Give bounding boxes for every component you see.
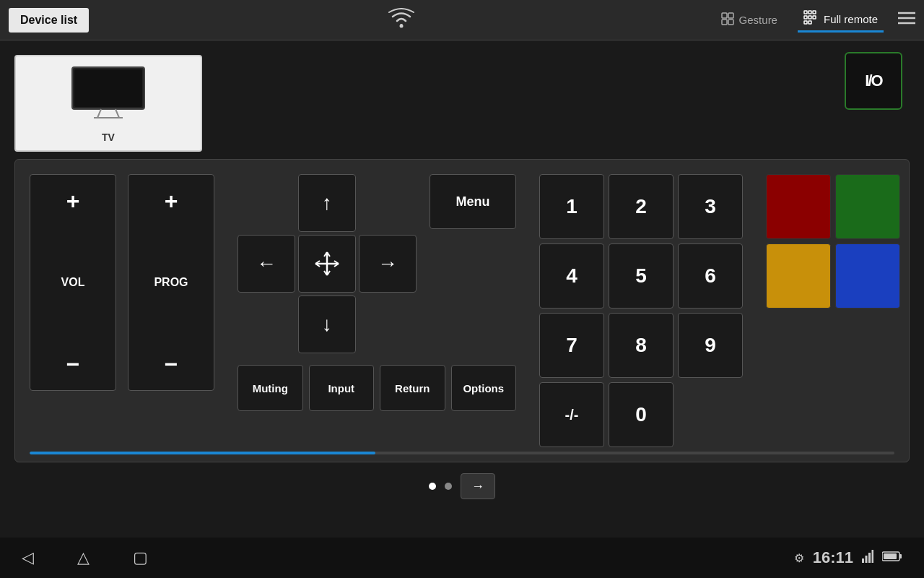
device-name: TV [23,131,193,143]
num-4-button[interactable]: 4 [539,243,604,309]
num-0-button[interactable]: 0 [609,382,674,447]
prog-button[interactable]: + PROG − [128,174,214,391]
tv-icon [23,64,193,129]
svg-line-19 [116,109,119,118]
remote-panel: + VOL − + PROG − ↑ [14,159,910,462]
device-card-tv[interactable]: TV [14,55,202,152]
dpad-up-button[interactable]: ↑ [298,174,356,232]
battery-icon [882,551,902,566]
color-row-top [766,174,900,239]
num-8-button[interactable]: 8 [609,313,674,378]
color-yellow-button[interactable] [766,243,831,309]
dpad-and-menu: ↑ ← [237,174,516,353]
svg-rect-17 [74,69,142,107]
dpad-center-button[interactable] [298,235,356,293]
color-blue-button[interactable] [835,243,900,309]
num-9-button[interactable]: 9 [678,313,743,378]
vol-button[interactable]: + VOL − [30,174,116,391]
home-button[interactable]: △ [77,548,90,567]
device-list-button[interactable]: Device list [9,8,89,33]
device-area: TV [0,40,924,159]
svg-point-0 [400,24,404,27]
gesture-label: Gesture [739,14,777,26]
muting-button[interactable]: Muting [237,365,303,411]
svg-rect-4 [728,20,733,25]
full-remote-tab[interactable]: Full remote [798,7,884,33]
svg-rect-7 [813,11,816,14]
menu-button[interactable] [898,12,915,28]
dpad-empty-4 [359,296,417,353]
color-buttons-section [766,174,900,313]
svg-rect-11 [804,21,807,24]
svg-rect-36 [899,554,902,558]
numpad-row-4: -/- 0 [539,382,743,447]
progress-bar [30,452,375,454]
prog-minus-icon: − [165,353,178,376]
svg-rect-31 [862,558,864,563]
numpad-row-1: 1 2 3 [539,174,743,239]
signal-icon [862,550,873,566]
dpad-empty-1 [237,174,295,232]
wifi-icon [388,8,414,33]
numpad-row-3: 7 8 9 [539,313,743,378]
num-7-button[interactable]: 7 [539,313,604,378]
pagination-next-button[interactable]: → [461,473,495,499]
dpad-menu-section: ↑ ← [237,174,516,411]
svg-rect-9 [808,16,811,19]
progress-bar-container [30,452,894,454]
svg-rect-32 [866,556,868,563]
input-button[interactable]: Input [309,365,375,411]
num-1-button[interactable]: 1 [539,174,604,239]
full-remote-icon [803,10,819,27]
svg-rect-3 [722,20,727,25]
svg-rect-8 [804,16,807,19]
vol-column: + VOL − [30,174,116,391]
pagination-dot-1 [429,483,436,490]
dpad-empty-2 [359,174,417,232]
svg-rect-34 [872,550,874,563]
num-5-button[interactable]: 5 [609,243,674,309]
time-display: 16:11 [813,548,853,567]
back-button[interactable]: ◁ [22,548,34,567]
vol-label: VOL [61,276,85,289]
remote-grid: + VOL − + PROG − ↑ [30,174,894,447]
svg-rect-1 [722,13,727,18]
dpad-right-button[interactable]: → [359,235,417,293]
svg-rect-37 [884,553,897,559]
svg-rect-6 [808,11,811,14]
return-button[interactable]: Return [380,365,445,411]
gesture-tab[interactable]: Gesture [715,9,783,32]
color-red-button[interactable] [766,174,831,239]
dash-button[interactable]: -/- [539,382,604,447]
dpad-grid: ↑ ← [237,174,417,353]
full-remote-label: Full remote [824,13,878,25]
prog-plus-icon: + [165,189,178,212]
dpad-empty-3 [237,296,295,353]
prog-column: + PROG − [128,174,214,391]
vol-minus-icon: − [66,353,80,376]
color-green-button[interactable] [835,174,900,239]
num-2-button[interactable]: 2 [609,174,674,239]
options-button[interactable]: Options [451,365,517,411]
svg-rect-10 [813,16,816,19]
power-button[interactable]: I/O [845,52,902,110]
recents-button[interactable]: ▢ [133,548,148,567]
power-icon: I/O [865,72,881,90]
android-nav: ◁ △ ▢ ⚙ 16:11 [0,538,924,578]
num-6-button[interactable]: 6 [678,243,743,309]
bottom-btns: Muting Input Return Options [237,365,516,411]
svg-rect-33 [868,553,871,563]
num-3-button[interactable]: 3 [678,174,743,239]
numpad-row-2: 4 5 6 [539,243,743,309]
svg-rect-2 [728,13,733,18]
dpad-section: ↑ ← [237,174,417,353]
dpad-down-button[interactable]: ↓ [298,296,356,353]
topbar-center [89,8,714,33]
settings-icon: ⚙ [794,551,804,565]
numpad-section: 1 2 3 4 5 6 7 8 9 -/- 0 [539,174,743,447]
topbar: Device list Gesture [0,0,924,40]
svg-rect-5 [804,11,807,14]
topbar-right: Gesture Full remote [715,7,915,33]
dpad-left-button[interactable]: ← [237,235,295,293]
menu-button-remote[interactable]: Menu [430,174,516,229]
